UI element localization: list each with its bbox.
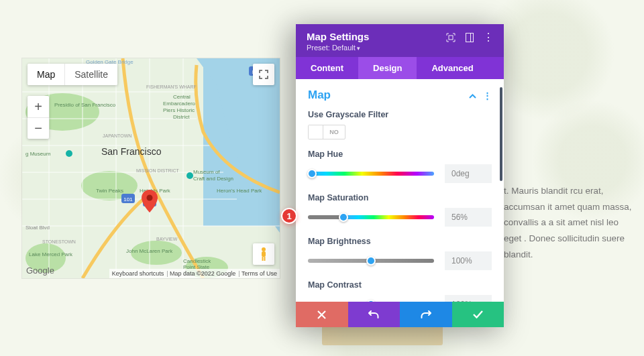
saturation-slider[interactable] — [308, 215, 434, 219]
preset-dropdown[interactable]: Preset: Default — [307, 44, 369, 52]
grayscale-label: Use Grayscale Filter — [308, 110, 492, 119]
svg-rect-55 — [264, 257, 266, 261]
zoom-in-button[interactable]: + — [28, 96, 49, 117]
map-data-text: Map data ©2022 Google — [166, 270, 235, 277]
svg-text:FISHERMAN'S WHARF: FISHERMAN'S WHARF — [146, 84, 197, 89]
svg-text:Twin Peaks: Twin Peaks — [96, 188, 123, 194]
svg-text:Central: Central — [173, 94, 191, 100]
svg-rect-53 — [262, 251, 266, 257]
svg-text:John McLaren Park: John McLaren Park — [126, 248, 173, 254]
check-icon — [473, 310, 483, 318]
map-attribution: Keyboard shortcuts Map data ©2022 Google… — [109, 269, 280, 278]
svg-point-52 — [262, 247, 266, 251]
svg-rect-56 — [449, 36, 453, 40]
tab-design[interactable]: Design — [358, 57, 417, 79]
panel-actions — [296, 302, 504, 327]
svg-text:101: 101 — [123, 196, 133, 202]
svg-text:Embarcadero: Embarcadero — [163, 101, 196, 107]
google-logo: Google — [26, 265, 54, 276]
panel-tabs: Content Design Advanced — [296, 57, 504, 79]
hue-slider[interactable] — [308, 172, 434, 176]
redo-button[interactable] — [400, 302, 452, 327]
svg-rect-57 — [466, 34, 474, 42]
contrast-label: Map Contrast — [308, 280, 492, 290]
svg-text:Presidio of San Francisco: Presidio of San Francisco — [54, 102, 116, 108]
svg-text:Museum of: Museum of — [193, 169, 220, 175]
svg-point-51 — [147, 195, 153, 201]
brightness-value[interactable]: 100% — [445, 251, 492, 270]
svg-text:MISSION DISTRICT: MISSION DISTRICT — [136, 168, 180, 173]
annotation-badge-1: 1 — [281, 208, 297, 224]
map-type-switch: Map Satellite — [28, 64, 117, 85]
section-menu-icon[interactable]: ⋮ — [483, 91, 492, 101]
close-icon — [317, 310, 326, 319]
svg-text:District: District — [173, 114, 190, 120]
undo-icon — [368, 310, 379, 319]
svg-text:JAPANTOWN: JAPANTOWN — [103, 133, 131, 138]
streetview-button[interactable] — [253, 243, 274, 265]
toggle-state: NO — [323, 129, 345, 135]
map-canvas: Golden Gate Bridge Presidio of San Franc… — [22, 58, 280, 278]
panel-body: Map ⋮ Use Grayscale Filter NO Map Hue 0d… — [296, 79, 504, 302]
svg-text:Piers Historic: Piers Historic — [163, 107, 195, 113]
page-filler-text: t. Mauris blandit rcu erat, accumsan it … — [504, 183, 638, 262]
saturation-label: Map Saturation — [308, 193, 492, 202]
redo-icon — [421, 310, 431, 319]
scrollbar[interactable] — [500, 87, 502, 228]
fullscreen-icon — [259, 70, 268, 79]
kebab-menu-icon[interactable]: ⋮ — [484, 33, 493, 42]
undo-button[interactable] — [348, 302, 400, 327]
contrast-value[interactable]: 100% — [445, 295, 492, 302]
tab-advanced[interactable]: Advanced — [417, 57, 488, 79]
zoom-control: + − — [28, 96, 49, 139]
map-type-map[interactable]: Map — [28, 64, 64, 85]
map-type-satellite[interactable]: Satellite — [64, 64, 117, 85]
svg-point-49 — [66, 150, 72, 157]
brightness-label: Map Brightness — [308, 237, 492, 246]
svg-text:STONESTOWN: STONESTOWN — [42, 239, 76, 244]
cancel-button[interactable] — [296, 302, 348, 327]
svg-text:Candlestick: Candlestick — [183, 258, 211, 264]
svg-text:Heron's Head Park: Heron's Head Park — [217, 188, 262, 194]
map-marker[interactable] — [142, 190, 158, 213]
panel-icon[interactable] — [465, 33, 474, 42]
terms-link[interactable]: Terms of Use — [238, 270, 277, 277]
panel-header: Map Settings Preset: Default ⋮ — [296, 24, 504, 57]
pegman-icon — [258, 247, 269, 261]
saturation-value[interactable]: 56% — [445, 208, 492, 227]
fullscreen-button[interactable] — [253, 64, 274, 85]
section-title[interactable]: Map — [308, 88, 331, 102]
zoom-out-button[interactable]: − — [28, 117, 49, 139]
svg-text:BAYVIEW: BAYVIEW — [156, 237, 178, 241]
svg-text:Craft and Design: Craft and Design — [193, 176, 233, 182]
collapse-icon[interactable] — [469, 91, 476, 101]
hue-value[interactable]: 0deg — [445, 164, 492, 183]
svg-point-50 — [186, 172, 193, 179]
hue-label: Map Hue — [308, 150, 492, 159]
save-button[interactable] — [452, 302, 504, 327]
tab-content[interactable]: Content — [296, 57, 358, 79]
svg-text:San Francisco: San Francisco — [101, 146, 162, 157]
focus-icon[interactable] — [446, 33, 455, 42]
svg-rect-54 — [262, 257, 264, 261]
settings-panel: Map Settings Preset: Default ⋮ Content D… — [296, 24, 504, 327]
panel-title: Map Settings — [307, 31, 369, 42]
svg-text:Sloat Blvd: Sloat Blvd — [25, 225, 50, 231]
brightness-slider[interactable] — [308, 259, 434, 263]
map-embed[interactable]: Golden Gate Bridge Presidio of San Franc… — [22, 58, 280, 278]
svg-text:g Museum: g Museum — [25, 151, 51, 157]
svg-text:Lake Merced Park: Lake Merced Park — [29, 251, 73, 257]
grayscale-toggle[interactable]: NO — [308, 125, 345, 139]
kb-shortcuts-link[interactable]: Keyboard shortcuts — [112, 270, 164, 277]
